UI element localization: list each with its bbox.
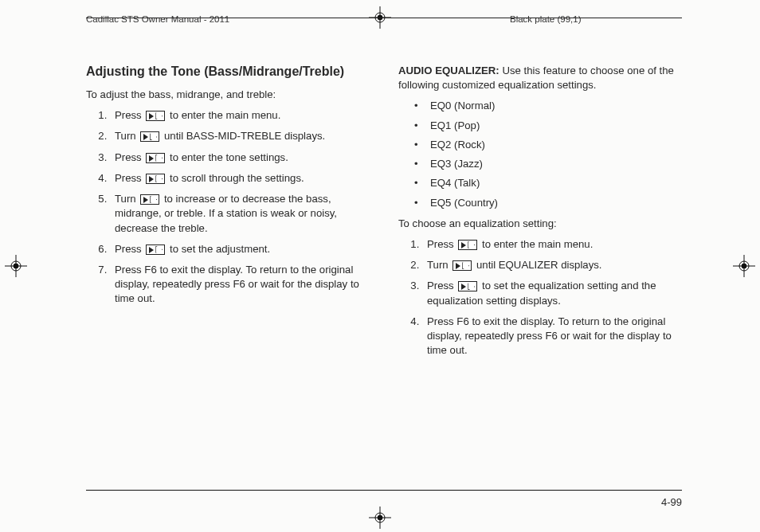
audio-eq-lead: AUDIO EQUALIZER: Use this feature to cho…	[398, 64, 682, 92]
tune-select-icon	[140, 194, 159, 205]
header-rule	[86, 18, 682, 18]
tune-select-icon	[140, 131, 159, 142]
tune-select-icon	[146, 244, 165, 255]
step-text-pre: Press	[427, 280, 456, 291]
section-heading: Adjusting the Tone (Bass/Midrange/Treble…	[86, 64, 370, 80]
step-text-post: to enter the tone settings.	[166, 151, 288, 163]
step-text-pre: Press	[115, 151, 144, 163]
eq-preset-item: EQ2 (Rock)	[422, 138, 682, 152]
tune-select-icon	[146, 174, 165, 184]
eq-preset-list: EQ0 (Normal)EQ1 (Pop)EQ2 (Rock)EQ3 (Jazz…	[398, 99, 682, 209]
tune-select-icon	[452, 260, 472, 271]
running-header: Cadillac STS Owner Manual - 2011 Black p…	[0, 14, 760, 30]
svg-point-11	[14, 264, 18, 268]
step-text-pre: Press	[427, 238, 456, 250]
eq-preset-item: EQ5 (Country)	[422, 196, 682, 210]
audio-eq-label: AUDIO EQUALIZER:	[398, 65, 499, 76]
tune-select-icon	[146, 111, 165, 121]
eq-preset-item: EQ1 (Pop)	[422, 119, 682, 133]
eq-preset-item: EQ3 (Jazz)	[422, 157, 682, 171]
step-text-pre: Press	[115, 243, 144, 255]
step-text-post: to enter the main menu.	[166, 109, 280, 121]
step-item: Press F6 to exit the display. To return …	[422, 315, 682, 358]
eq-preset-item: EQ0 (Normal)	[422, 99, 682, 113]
step-text-post: to set the adjustment.	[166, 243, 270, 255]
register-mark-bottom	[369, 507, 391, 529]
left-column: Adjusting the Tone (Bass/Midrange/Treble…	[86, 64, 370, 479]
step-item: Press F6 to exit the display. To return …	[110, 263, 370, 307]
tune-select-icon	[146, 153, 165, 163]
step-item: Press to enter the main menu.	[110, 108, 370, 123]
step-text-pre: Turn	[115, 130, 139, 142]
right-column: AUDIO EQUALIZER: Use this feature to cho…	[398, 64, 682, 479]
step-text-pre: Turn	[115, 193, 139, 205]
tone-steps-list: Press to enter the main menu.Turn until …	[86, 108, 370, 306]
step-text-pre: Press	[115, 109, 144, 121]
step-text-post: to enter the main menu.	[479, 238, 593, 250]
step-text-pre: Press F6 to exit the display. To return …	[115, 264, 359, 304]
step-item: Turn until EQUALIZER displays.	[422, 258, 682, 272]
svg-point-7	[378, 515, 382, 520]
step-item: Press to enter the main menu.	[422, 237, 682, 252]
eq-preset-item: EQ4 (Talk)	[422, 176, 682, 190]
header-right-text: Black plate (99,1)	[510, 14, 582, 24]
register-mark-left	[5, 255, 27, 277]
step-item: Turn to increase or to decrease the bass…	[110, 192, 370, 236]
eq-steps-list: Press to enter the main menu.Turn until …	[398, 237, 682, 358]
step-text-post: until EQUALIZER displays.	[473, 259, 601, 271]
tune-select-icon	[458, 240, 477, 250]
eq-intro: To choose an equalization setting:	[398, 217, 682, 231]
step-text-pre: Press F6 to exit the display. To return …	[427, 315, 672, 356]
header-left-text: Cadillac STS Owner Manual - 2011	[86, 14, 229, 24]
step-item: Press to enter the tone settings.	[110, 151, 370, 165]
step-text-post: to scroll through the settings.	[166, 172, 304, 184]
step-text-pre: Turn	[427, 259, 451, 271]
step-text-post: until BASS-MID-TREBLE displays.	[161, 130, 325, 142]
register-mark-right	[733, 255, 755, 277]
step-text-pre: Press	[115, 172, 144, 184]
step-item: Turn until BASS-MID-TREBLE displays.	[110, 129, 370, 143]
intro-text: To adjust the bass, midrange, and treble…	[86, 88, 370, 102]
page-number: 4-99	[661, 496, 682, 508]
tune-select-icon	[458, 281, 477, 291]
page-body: Adjusting the Tone (Bass/Midrange/Treble…	[86, 64, 682, 479]
svg-point-15	[742, 264, 746, 268]
step-item: Press to scroll through the settings.	[110, 171, 370, 186]
step-item: Press to set the adjustment.	[110, 242, 370, 256]
step-item: Press to set the equalization setting an…	[422, 279, 682, 307]
footer-rule	[86, 490, 682, 491]
